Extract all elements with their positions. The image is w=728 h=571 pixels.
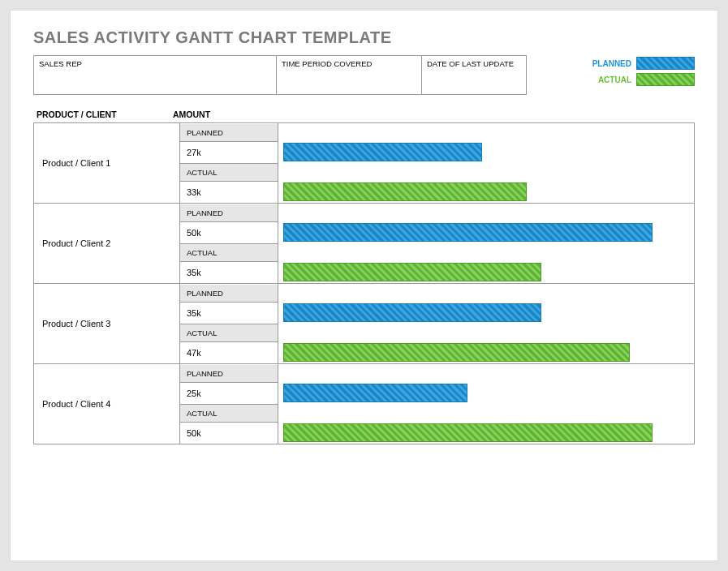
legend-planned-label: PLANNED — [592, 59, 631, 68]
amount-planned-label: PLANNED — [180, 365, 278, 383]
table-row: Product / Client 1PLANNED27kACTUAL33k — [34, 123, 695, 204]
amount-actual-value: 50k — [180, 423, 278, 444]
last-update-input[interactable] — [422, 70, 526, 94]
bar-actual — [283, 182, 527, 201]
meta-sales-rep: SALES REP — [34, 56, 277, 94]
amount-planned-value: 27k — [180, 142, 278, 163]
legend-actual-swatch — [636, 73, 695, 86]
bar-planned — [283, 143, 482, 161]
legend-actual: ACTUAL — [592, 73, 695, 86]
table-row: Product / Client 3PLANNED35kACTUAL47k — [34, 284, 695, 364]
amount-cell: PLANNED35kACTUAL47k — [180, 284, 278, 364]
col-header-amount: AMOUNT — [173, 109, 270, 119]
sales-rep-input[interactable] — [34, 70, 276, 94]
gantt-table: Product / Client 1PLANNED27kACTUAL33kPro… — [33, 122, 695, 444]
amount-cell: PLANNED25kACTUAL50k — [180, 364, 278, 444]
legend-planned: PLANNED — [592, 57, 695, 70]
chart-cell — [278, 284, 695, 364]
product-cell: Product / Client 1 — [34, 123, 180, 204]
amount-planned-label: PLANNED — [180, 204, 278, 222]
column-headers: PRODUCT / CLIENT AMOUNT — [33, 109, 695, 119]
table-row: Product / Client 2PLANNED50kACTUAL35k — [34, 204, 695, 284]
amount-planned-value: 50k — [180, 222, 278, 243]
bar-planned — [283, 303, 541, 322]
page: SALES ACTIVITY GANTT CHART TEMPLATE SALE… — [10, 10, 718, 561]
gantt-table-wrap: PRODUCT / CLIENT AMOUNT Product / Client… — [33, 109, 695, 444]
amount-planned-label: PLANNED — [180, 124, 278, 142]
table-row: Product / Client 4PLANNED25kACTUAL50k — [34, 364, 695, 444]
col-header-product: PRODUCT / CLIENT — [33, 109, 173, 119]
legend: PLANNED ACTUAL — [592, 55, 695, 86]
chart-cell — [278, 123, 695, 204]
bar-planned — [283, 384, 467, 402]
bar-actual — [283, 263, 541, 281]
meta-last-update: DATE OF LAST UPDATE — [422, 56, 526, 94]
meta-last-update-label: DATE OF LAST UPDATE — [422, 56, 526, 70]
amount-planned-label: PLANNED — [180, 285, 278, 303]
legend-actual-label: ACTUAL — [598, 75, 631, 84]
amount-planned-value: 25k — [180, 383, 278, 404]
amount-actual-value: 35k — [180, 262, 278, 283]
amount-cell: PLANNED27kACTUAL33k — [180, 123, 278, 204]
amount-actual-label: ACTUAL — [180, 243, 278, 262]
product-cell: Product / Client 2 — [34, 204, 180, 284]
meta-boxes: SALES REP TIME PERIOD COVERED DATE OF LA… — [33, 55, 527, 95]
meta-sales-rep-label: SALES REP — [34, 56, 276, 70]
product-cell: Product / Client 4 — [34, 364, 180, 444]
amount-actual-label: ACTUAL — [180, 404, 278, 423]
bar-actual — [283, 343, 630, 362]
amount-actual-value: 33k — [180, 182, 278, 203]
amount-planned-value: 35k — [180, 303, 278, 324]
amount-actual-value: 47k — [180, 342, 278, 363]
amount-cell: PLANNED50kACTUAL35k — [180, 204, 278, 284]
meta-time-period: TIME PERIOD COVERED — [277, 56, 422, 94]
bar-actual — [283, 423, 653, 442]
chart-cell — [278, 364, 695, 444]
time-period-input[interactable] — [277, 70, 421, 94]
amount-actual-label: ACTUAL — [180, 163, 278, 182]
legend-planned-swatch — [636, 57, 695, 70]
meta-time-period-label: TIME PERIOD COVERED — [277, 56, 421, 70]
product-cell: Product / Client 3 — [34, 284, 180, 364]
amount-actual-label: ACTUAL — [180, 324, 278, 342]
bar-planned — [283, 223, 653, 242]
meta-row: SALES REP TIME PERIOD COVERED DATE OF LA… — [33, 55, 695, 95]
page-title: SALES ACTIVITY GANTT CHART TEMPLATE — [33, 28, 695, 47]
chart-cell — [278, 204, 695, 284]
